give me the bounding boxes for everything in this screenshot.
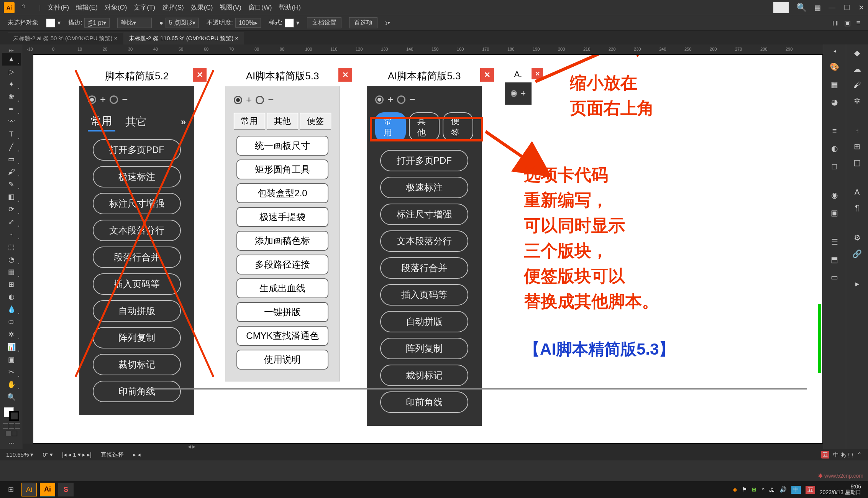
script-button[interactable]: 一键拼版 [236, 302, 328, 322]
stroke-panel-icon[interactable]: ≡ [832, 127, 837, 135]
script-button[interactable]: 多段路径连接 [236, 255, 328, 274]
zoom-level[interactable]: 110.65% ▾ [6, 451, 33, 458]
fill-swatch[interactable] [46, 18, 55, 28]
menu-object[interactable]: 对象(O) [105, 3, 127, 12]
script-button[interactable]: 极速标注 [93, 166, 181, 187]
appearance-panel-icon[interactable]: ◉ [831, 191, 838, 200]
graphic-styles-icon[interactable]: ▣ [831, 208, 838, 217]
script-button[interactable]: 阵列复制 [380, 338, 468, 359]
tray-lang-2[interactable]: 五 [806, 486, 815, 494]
shape-builder-tool[interactable]: ◔ [2, 253, 21, 266]
radio-add-light[interactable] [234, 96, 242, 104]
links-panel-icon[interactable]: 🔗 [852, 249, 862, 258]
scale-mode[interactable]: 等比 ▾ [117, 18, 152, 28]
close-icon[interactable]: ✕ [858, 3, 864, 12]
eyedropper-tool[interactable]: 💧 [2, 303, 21, 316]
script-button[interactable]: 文本段落分行 [380, 230, 468, 252]
expand-icon[interactable]: ▣ [844, 19, 851, 27]
script-button[interactable]: 标注尺寸增强 [93, 193, 181, 214]
slice-tool[interactable]: ✂ [2, 366, 21, 378]
fill-stroke-indicator[interactable] [4, 407, 19, 421]
tray-ime-icon[interactable]: 五 [821, 451, 829, 459]
para-panel-icon[interactable]: ¶ [855, 204, 859, 212]
script-button[interactable]: 包装盒型2.0 [236, 183, 328, 203]
script-button[interactable]: 印前角线 [380, 391, 468, 413]
taskbar-ai-1[interactable]: Ai [21, 483, 37, 496]
menu-edit[interactable]: 编辑(E) [76, 3, 98, 12]
screen-mode-icons[interactable] [2, 431, 21, 436]
perspective-tool[interactable]: ▦ [2, 266, 21, 278]
menu-effect[interactable]: 效果(C) [191, 3, 213, 12]
script-button[interactable]: 统一画板尺寸 [236, 136, 328, 156]
script-button[interactable]: 打开多页PDF [380, 150, 468, 171]
menu-type[interactable]: 文字(T) [134, 3, 155, 12]
panel-toggle-icon[interactable]: ⫿⫿ [832, 19, 839, 27]
tray-shield-icon[interactable]: ⛨ [752, 486, 757, 493]
tray-more-icon[interactable]: ⌃ [857, 451, 862, 458]
radio-sub[interactable] [110, 95, 118, 104]
align-icon[interactable]: ⟟▾ [385, 20, 390, 26]
lasso-tool[interactable]: ❀ [2, 90, 21, 103]
script-button[interactable]: 生成出血线 [236, 278, 328, 298]
script-button[interactable]: 阵列复制 [93, 327, 181, 348]
prefs-button[interactable]: 首选项 [349, 17, 377, 28]
asset-panel-icon[interactable]: ⬒ [831, 255, 838, 264]
nav-triangle-icon[interactable]: ◂ [834, 48, 836, 54]
gradient-tool[interactable]: ◐ [2, 291, 21, 303]
color-panel-icon[interactable]: 🎨 [830, 62, 839, 71]
shaper-tool[interactable]: ✎ [2, 178, 21, 191]
script-button[interactable]: 段落行合并 [380, 257, 468, 279]
char-panel-icon[interactable]: A [855, 188, 860, 197]
action-panel-icon[interactable]: ⚙ [854, 233, 861, 242]
swatches-panel-icon[interactable]: ▦ [831, 80, 838, 89]
eraser-tool[interactable]: ◧ [2, 191, 21, 203]
tab-other[interactable]: 其它 [122, 113, 150, 131]
color-mode-icons[interactable] [2, 423, 21, 429]
hand-tool[interactable]: ✋ [2, 378, 21, 391]
zoom-tool[interactable]: 🔍 [2, 391, 21, 403]
taskbar-ai-2[interactable]: Ai [40, 483, 55, 496]
script-button[interactable]: 插入页码等 [380, 284, 468, 306]
script-button[interactable]: 极速标注 [380, 177, 468, 198]
style-swatch[interactable] [285, 18, 294, 28]
taskbar-app-s[interactable]: S [58, 483, 74, 496]
tray-net-icon[interactable]: 🖧 [769, 486, 775, 493]
play-icon[interactable]: ▸ [855, 279, 859, 288]
line-tool[interactable]: ╱ [2, 140, 21, 153]
artboard-tool[interactable]: ▣ [2, 353, 21, 366]
artboards-panel-icon[interactable]: ▭ [831, 273, 838, 282]
rotation[interactable]: 0° ▾ [43, 451, 53, 458]
opacity-value[interactable]: 100% ▸ [235, 18, 261, 28]
clock[interactable]: 9:062023/8/13 星期日 [820, 484, 861, 496]
script-button[interactable]: 使用说明 [236, 350, 328, 370]
lighttab-common[interactable]: 常用 [234, 113, 265, 130]
menu-window[interactable]: 窗口(W) [248, 3, 272, 12]
width-tool[interactable]: ⫞ [2, 228, 21, 241]
brush-select[interactable]: 5 点圆形 ▾ [166, 18, 199, 28]
blend-tool[interactable]: ⬭ [2, 316, 21, 328]
tray-up-icon[interactable]: ^ [762, 486, 765, 493]
menu-select[interactable]: 选择(S) [162, 3, 184, 12]
script-button[interactable]: 裁切标记 [93, 354, 181, 375]
transform-panel-icon[interactable]: ⊞ [854, 142, 860, 151]
home-icon[interactable]: ⌂ [21, 2, 32, 13]
edit-toolbar-icon[interactable]: ⋯ [2, 436, 21, 449]
properties-icon[interactable]: ◆ [854, 48, 860, 58]
pathfinder-icon[interactable]: ◫ [853, 158, 861, 167]
scale-tool[interactable]: ⤢ [2, 215, 21, 228]
menu-file[interactable]: 文件(F) [48, 3, 69, 12]
curvature-tool[interactable]: 〰 [2, 115, 21, 128]
doc-tab-1[interactable]: 未标题-2.ai @ 50 % (CMYK/CPU 预览) × [8, 32, 123, 44]
radio-add[interactable] [88, 95, 96, 104]
wand-tool[interactable]: ✦ [2, 78, 21, 90]
script-button[interactable]: 矩形圆角工具 [236, 159, 328, 179]
menu-help[interactable]: 帮助(H) [279, 3, 301, 12]
color-guide-icon[interactable]: ◕ [831, 97, 838, 107]
rotate-tool[interactable]: ⟳ [2, 203, 21, 216]
free-transform-tool[interactable]: ⬚ [2, 241, 21, 253]
script-button[interactable]: 标注尺寸增强 [380, 204, 468, 225]
rect-tool[interactable]: ▭ [2, 153, 21, 166]
selection-tool[interactable]: ▲ [2, 53, 21, 66]
script-button[interactable]: 添加画稿色标 [236, 231, 328, 251]
script-button[interactable]: 自动拼版 [93, 300, 181, 322]
